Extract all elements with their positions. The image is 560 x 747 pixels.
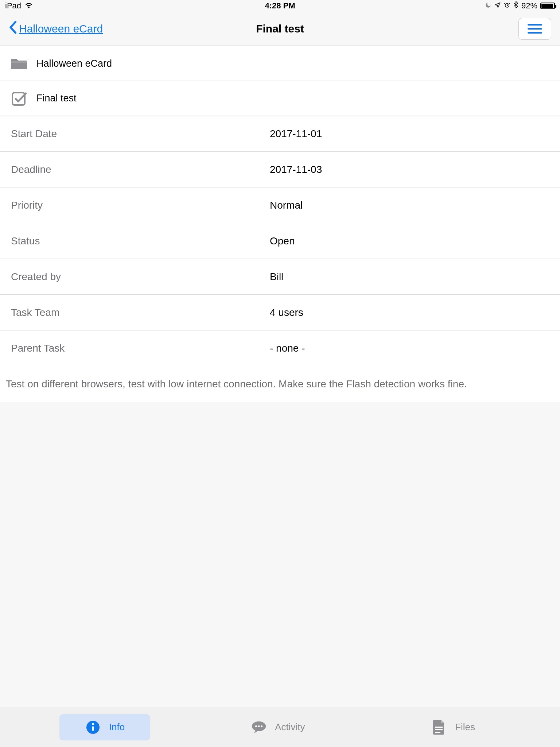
chevron-left-icon [9,21,17,36]
task-fields: Start Date 2017-11-01 Deadline 2017-11-0… [0,116,560,366]
field-value: Bill [270,271,283,283]
svg-point-4 [92,723,94,725]
alarm-icon [504,1,510,11]
field-label: Start Date [11,128,270,140]
location-icon [494,1,501,11]
field-priority[interactable]: Priority Normal [0,187,560,223]
breadcrumb-task-label: Final test [36,93,77,104]
tab-label: Activity [275,721,305,733]
content-area: Halloween eCard Final test Start Date 20… [0,46,560,707]
breadcrumb-project[interactable]: Halloween eCard [0,46,560,81]
back-button[interactable]: Halloween eCard [9,21,103,36]
back-label: Halloween eCard [19,23,103,35]
svg-point-8 [261,725,262,727]
battery-percent: 92% [521,1,537,11]
nav-bar: Halloween eCard Final test [0,12,560,46]
field-task-team[interactable]: Task Team 4 users [0,295,560,330]
bluetooth-icon [513,1,518,11]
field-value: Open [270,235,295,247]
info-icon [85,719,101,735]
tab-info[interactable]: Info [59,714,150,740]
field-label: Priority [11,200,270,211]
field-created-by[interactable]: Created by Bill [0,259,560,295]
wifi-icon [25,1,33,11]
field-start-date[interactable]: Start Date 2017-11-01 [0,116,560,152]
chat-icon [251,719,267,735]
svg-rect-1 [12,93,25,105]
battery-icon [540,3,555,9]
status-bar: iPad 4:28 PM 92% [0,0,560,12]
svg-rect-11 [435,732,440,733]
field-status[interactable]: Status Open [0,223,560,259]
do-not-disturb-icon [485,1,491,11]
field-parent-task[interactable]: Parent Task - none - [0,330,560,366]
svg-rect-9 [435,727,443,728]
tab-files[interactable]: Files [405,714,501,740]
device-label: iPad [5,1,21,11]
clock: 4:28 PM [0,1,560,11]
field-value: Normal [270,200,303,211]
tab-bar: Info Activity Files [0,707,560,747]
field-label: Created by [11,271,270,283]
field-value: 4 users [270,307,303,318]
field-label: Parent Task [11,342,270,354]
task-description: Test on different browsers, test with lo… [0,366,560,402]
field-value: 2017-11-01 [270,128,322,140]
breadcrumb-project-label: Halloween eCard [36,58,112,69]
field-label: Status [11,235,270,247]
svg-point-6 [255,725,257,727]
menu-button[interactable] [518,18,551,40]
file-icon [431,719,447,735]
task-check-icon [10,91,28,106]
svg-rect-3 [92,726,94,731]
svg-rect-10 [435,729,443,730]
field-deadline[interactable]: Deadline 2017-11-03 [0,152,560,187]
folder-icon [10,56,28,71]
svg-point-7 [258,725,260,727]
breadcrumb-task[interactable]: Final test [0,81,560,116]
field-label: Deadline [11,164,270,175]
field-label: Task Team [11,307,270,318]
tab-label: Info [109,721,125,733]
tab-label: Files [455,721,475,733]
field-value: - none - [270,342,305,354]
field-value: 2017-11-03 [270,164,322,175]
tab-activity[interactable]: Activity [225,714,330,740]
